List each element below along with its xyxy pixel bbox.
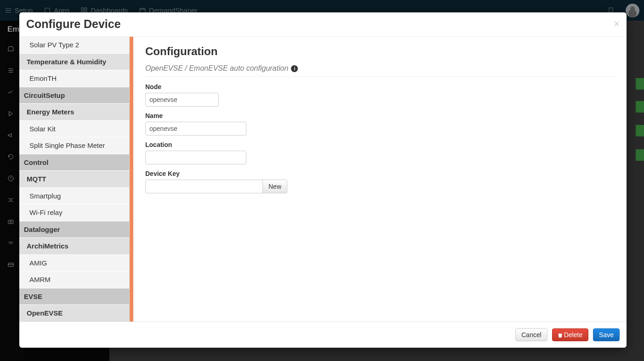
new-key-button[interactable]: New [263, 180, 287, 193]
tree-cat-evse[interactable]: EVSE [19, 288, 129, 305]
selection-indicator [130, 37, 133, 322]
field-location: Location [145, 141, 615, 164]
config-heading: Configuration [145, 45, 615, 58]
tree-sub-mqtt[interactable]: MQTT [19, 171, 129, 188]
info-icon[interactable]: i [291, 65, 298, 72]
save-button[interactable]: Save [593, 328, 620, 341]
tree-cat-datalogger[interactable]: Datalogger [19, 221, 129, 238]
label-location: Location [145, 141, 615, 148]
tree-leaf-solar-pv-type-2[interactable]: Solar PV Type 2 [19, 37, 129, 54]
cancel-button[interactable]: Cancel [515, 328, 547, 341]
field-name: Name [145, 112, 615, 135]
input-location[interactable] [145, 151, 246, 164]
close-button[interactable]: × [614, 18, 620, 30]
trash-icon [558, 333, 563, 338]
tree-leaf-split-single-phase-meter[interactable]: Split Single Phase Meter [19, 137, 129, 154]
tree-cat-circuitsetup[interactable]: CircuitSetup [19, 87, 129, 104]
config-subtitle: OpenEVSE / EmonEVSE auto configuration i [145, 64, 615, 73]
tree-leaf-wi-fi-relay[interactable]: Wi-Fi relay [19, 204, 129, 221]
divider [145, 76, 615, 77]
input-node[interactable] [145, 93, 219, 107]
field-node: Node [145, 83, 615, 107]
tree-leaf-amig[interactable]: AMIG [19, 255, 129, 272]
label-device-key: Device Key [145, 170, 615, 177]
modal-header: Configure Device × [19, 12, 627, 37]
label-node: Node [145, 83, 615, 90]
tree-cat-control[interactable]: Control [19, 154, 129, 171]
config-subtitle-text: OpenEVSE / EmonEVSE auto configuration [145, 64, 288, 73]
modal-footer: Cancel Delete Save [19, 322, 627, 348]
tree-leaf-smartplug[interactable]: Smartplug [19, 188, 129, 205]
tree-sub-energy-meters[interactable]: Energy Meters [19, 104, 129, 121]
device-template-tree[interactable]: Solar PV Type 2Temperature & HumidityEmo… [19, 37, 130, 322]
tree-leaf-solar-kit[interactable]: Solar Kit [19, 121, 129, 138]
delete-button-label: Delete [564, 331, 582, 338]
label-name: Name [145, 112, 615, 119]
configure-device-modal: Configure Device × Solar PV Type 2Temper… [19, 12, 627, 348]
tree-sub-archimetrics[interactable]: ArchiMetrics [19, 238, 129, 255]
input-name[interactable] [145, 122, 246, 135]
tree-leaf-emonth[interactable]: EmonTH [19, 70, 129, 87]
input-device-key[interactable] [145, 180, 263, 193]
configuration-panel: Configuration OpenEVSE / EmonEVSE auto c… [133, 37, 627, 322]
tree-sub-temperature-humidity[interactable]: Temperature & Humidity [19, 54, 129, 71]
field-device-key: Device Key New [145, 170, 615, 193]
tree-leaf-amrm[interactable]: AMRM [19, 271, 129, 288]
modal-title: Configure Device [26, 17, 121, 31]
modal-body: Solar PV Type 2Temperature & HumidityEmo… [19, 37, 627, 322]
delete-button[interactable]: Delete [552, 328, 588, 341]
tree-sub-openevse[interactable]: OpenEVSE [19, 305, 129, 322]
